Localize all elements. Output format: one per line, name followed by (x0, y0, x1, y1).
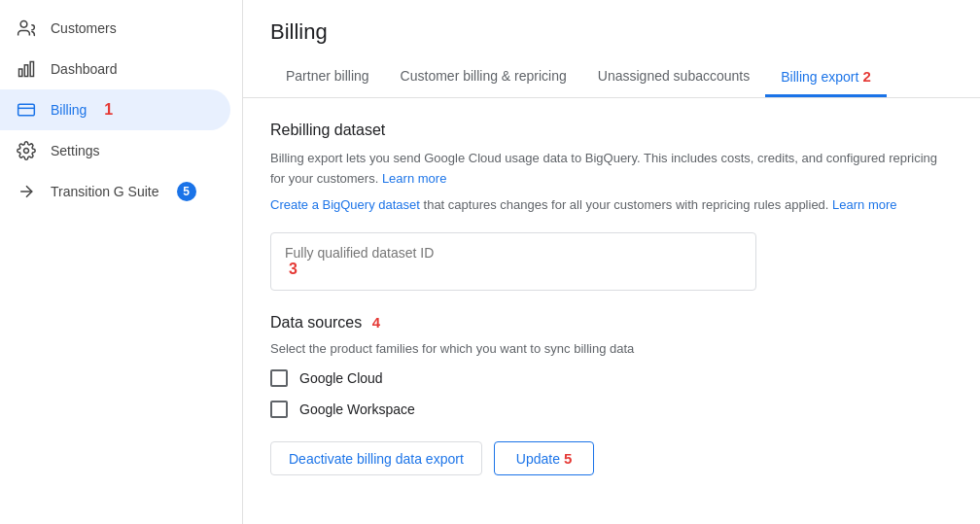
sidebar-item-dashboard[interactable]: Dashboard (0, 49, 230, 89)
billing-annotation: 1 (104, 101, 113, 119)
content-area: Rebilling dataset Billing export lets yo… (243, 98, 980, 524)
update-annotation: 5 (564, 450, 572, 467)
svg-rect-1 (19, 69, 22, 77)
svg-rect-4 (18, 104, 35, 116)
checkbox-google-cloud: Google Cloud (270, 369, 953, 387)
tab-partner-billing[interactable]: Partner billing (270, 58, 385, 97)
settings-icon (16, 140, 37, 161)
sidebar-item-settings[interactable]: Settings (0, 130, 230, 171)
rebilling-dataset-title: Rebilling dataset (270, 122, 953, 139)
transition-badge: 5 (177, 182, 196, 201)
data-sources-desc: Select the product families for which yo… (270, 341, 953, 356)
sidebar-item-dashboard-label: Dashboard (51, 61, 118, 77)
update-button[interactable]: Update 5 (494, 441, 595, 475)
dataset-id-container: 3 (270, 232, 756, 291)
tab-unassigned-subaccounts[interactable]: Unassigned subaccounts (582, 58, 765, 97)
checkbox-google-workspace: Google Workspace (270, 401, 953, 418)
google-cloud-label: Google Cloud (299, 370, 383, 386)
data-sources-section: Data sources 4 Select the product famili… (270, 314, 953, 418)
svg-point-6 (24, 149, 29, 154)
people-icon (16, 17, 37, 39)
page-title: Billing (270, 19, 953, 45)
deactivate-button[interactable]: Deactivate billing data export (270, 441, 482, 475)
actions-row: Deactivate billing data export Update 5 (270, 441, 953, 475)
svg-point-0 (20, 21, 27, 28)
dataset-id-input[interactable] (285, 245, 742, 261)
sidebar-item-settings-label: Settings (51, 143, 100, 158)
create-bigquery-link[interactable]: Create a BigQuery dataset (270, 197, 420, 212)
learn-more-link-2[interactable]: Learn more (832, 197, 896, 212)
learn-more-link-1[interactable]: Learn more (382, 171, 446, 186)
billing-export-annotation: 2 (862, 68, 870, 85)
main-content: Billing Partner billing Customer billing… (243, 0, 980, 524)
dataset-annotation: 3 (289, 261, 298, 277)
sidebar-item-transition-label: Transition G Suite (51, 184, 159, 199)
billing-icon (16, 99, 37, 121)
data-sources-annotation: 4 (372, 314, 380, 331)
tab-billing-export[interactable]: Billing export2 (765, 58, 887, 97)
page-header: Billing Partner billing Customer billing… (243, 0, 980, 98)
svg-rect-2 (24, 65, 27, 77)
arrow-icon (16, 181, 37, 202)
sidebar-item-transition[interactable]: Transition G Suite 5 (0, 171, 230, 212)
google-workspace-checkbox[interactable] (270, 401, 288, 418)
tabs-container: Partner billing Customer billing & repri… (270, 58, 953, 97)
google-cloud-checkbox[interactable] (270, 369, 288, 387)
svg-rect-3 (30, 62, 33, 77)
sidebar-item-customers-label: Customers (51, 20, 117, 36)
rebilling-description: Billing export lets you send Google Clou… (270, 149, 953, 190)
data-sources-title: Data sources 4 (270, 314, 953, 332)
bigquery-line: Create a BigQuery dataset that captures … (270, 195, 953, 216)
sidebar: Customers Dashboard Billing 1 Settings (0, 0, 243, 524)
sidebar-item-customers[interactable]: Customers (0, 8, 230, 49)
chart-icon (16, 58, 37, 80)
google-workspace-label: Google Workspace (299, 402, 415, 417)
sidebar-item-billing-label: Billing (51, 102, 87, 118)
sidebar-item-billing[interactable]: Billing 1 (0, 89, 230, 130)
tab-customer-billing[interactable]: Customer billing & repricing (385, 58, 582, 97)
